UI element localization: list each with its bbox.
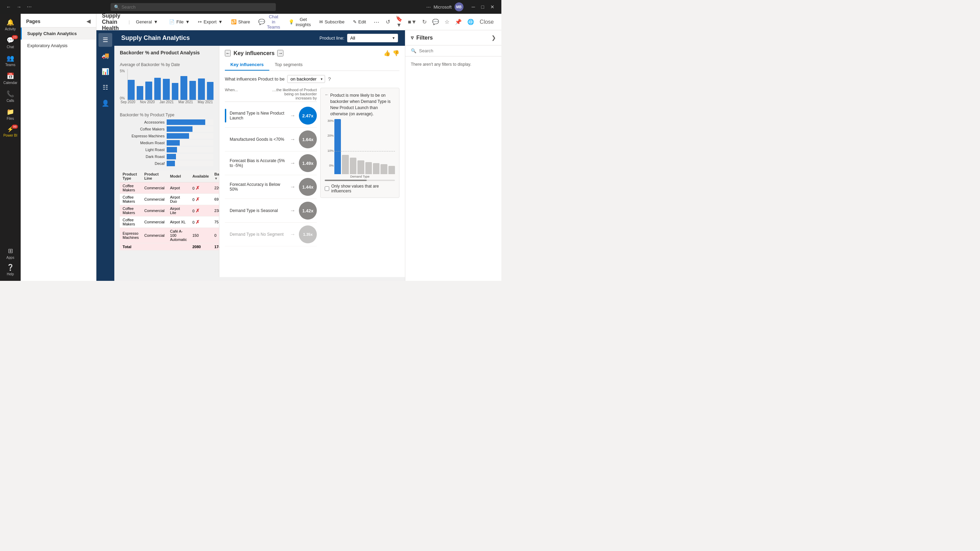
page-item-exploratory[interactable]: Exploratory Analysis bbox=[21, 40, 96, 52]
fill-espresso bbox=[167, 133, 189, 139]
col-model[interactable]: Model bbox=[167, 170, 190, 183]
sidebar-item-powerbi[interactable]: 99 ⚡ Power BI bbox=[2, 124, 19, 140]
tab-top-segments[interactable]: Top segments bbox=[269, 59, 308, 71]
thumbs-up-button[interactable]: 👍 bbox=[383, 50, 390, 56]
report-table-icon[interactable]: ☷ bbox=[99, 81, 112, 94]
table-row[interactable]: Coffee Makers Commercial Airpot Lite 0 ✗… bbox=[120, 205, 219, 216]
mini-bar-0 bbox=[334, 119, 341, 174]
pin-button[interactable]: 📌 bbox=[453, 17, 464, 27]
sidebar-item-apps[interactable]: ⊞ Apps bbox=[2, 245, 19, 262]
comment-button[interactable]: 💬 bbox=[430, 17, 441, 27]
table-row[interactable]: Espresso Machines Commercial Café A-100 … bbox=[120, 228, 219, 243]
influencer-bubble-3: 1.44x bbox=[299, 178, 317, 196]
ki-dropdown[interactable]: on backorder bbox=[287, 75, 325, 83]
report-chart-icon[interactable]: 📊 bbox=[99, 65, 112, 78]
filters-expand-button[interactable]: ❯ bbox=[492, 35, 496, 41]
fill-accessories bbox=[167, 119, 205, 125]
globe-button[interactable]: 🌐 bbox=[465, 17, 476, 27]
fill-dark-roast bbox=[167, 154, 176, 159]
page-item-supply-chain[interactable]: Supply Chain Analytics bbox=[21, 27, 96, 40]
report-person-icon[interactable]: 👤 bbox=[99, 96, 112, 110]
minimize-button[interactable]: ─ bbox=[469, 3, 478, 10]
tab-key-influencers[interactable]: Key influencers bbox=[225, 59, 269, 71]
collapse-pages-button[interactable]: ◀ bbox=[86, 18, 91, 24]
more-nav-button[interactable]: ⋯ bbox=[25, 3, 34, 10]
more-actions-icon[interactable]: ⋯ bbox=[426, 5, 431, 10]
thumbs-down-button[interactable]: 👎 bbox=[393, 50, 399, 56]
file-button[interactable]: 📄 File ▼ bbox=[165, 17, 193, 26]
col-backordered[interactable]: Backordered ▼ bbox=[212, 170, 219, 183]
sidebar-item-teams[interactable]: 👥 Teams bbox=[2, 52, 19, 69]
col-product-type[interactable]: Product Type bbox=[120, 170, 142, 183]
refresh-button[interactable]: ↺ bbox=[383, 17, 392, 27]
bookmark-button[interactable]: 🔖▼ bbox=[394, 14, 405, 30]
product-line-label: Product line: bbox=[320, 35, 344, 41]
influencer-item-0[interactable]: Demand Type is New Product Launch → 2.47… bbox=[225, 104, 317, 128]
get-insights-button[interactable]: 💡 Get insights bbox=[285, 15, 314, 29]
sidebar-item-chat[interactable]: 23 💬 Chat bbox=[2, 35, 19, 51]
star-button[interactable]: ☆ bbox=[442, 17, 452, 27]
breadcrumb-label: General bbox=[136, 19, 152, 24]
influencer-item-1[interactable]: Manufactured Goods is <70% → 1.64x bbox=[225, 128, 317, 151]
influencer-bubble-2: 1.49x bbox=[299, 154, 317, 172]
col-available[interactable]: Available bbox=[190, 170, 212, 183]
influencer-text-1: Manufactured Goods is <70% bbox=[230, 137, 286, 142]
label-light-roast: Light Roast bbox=[120, 148, 165, 152]
pages-panel: Pages ◀ Supply Chain Analytics Explorato… bbox=[21, 14, 96, 281]
influencer-text-5: Demand Type is No Segment bbox=[230, 232, 286, 237]
avatar[interactable]: MB bbox=[455, 2, 463, 11]
forward-button[interactable]: → bbox=[14, 3, 24, 10]
influencers-only-checkbox[interactable] bbox=[325, 186, 329, 191]
maximize-button[interactable]: □ bbox=[479, 3, 487, 10]
back-button[interactable]: ← bbox=[4, 3, 13, 10]
export-button[interactable]: ↦ Export ▼ bbox=[194, 17, 226, 26]
filters-search-input[interactable] bbox=[419, 48, 496, 53]
report-header-filter: Product line: All Coffee Makers Espresso… bbox=[320, 34, 398, 42]
toolbar-breadcrumb-btn[interactable]: General ▼ bbox=[132, 17, 162, 26]
view-button[interactable]: ■▼ bbox=[406, 17, 419, 27]
sidebar-item-calls[interactable]: 📞 Calls bbox=[2, 88, 19, 105]
report-truck-icon[interactable]: 🚚 bbox=[99, 49, 112, 63]
subscribe-button[interactable]: ✉ Subscribe bbox=[316, 17, 348, 26]
influencer-text-2: Forecast Bias is Accurate (5% to -5%) bbox=[230, 158, 286, 168]
bar-accessories: Accessories bbox=[120, 119, 213, 125]
share-button[interactable]: 🔁 Share bbox=[228, 17, 254, 26]
x-icon-2: ✗ bbox=[196, 197, 200, 202]
detail-back-arrow[interactable]: ← bbox=[325, 92, 329, 115]
sidebar-label-powerbi: Power BI bbox=[3, 133, 18, 137]
sidebar-item-files[interactable]: 📁 Files bbox=[2, 106, 19, 122]
col-product-line[interactable]: Product Line bbox=[142, 170, 167, 183]
table-row[interactable]: Coffee Makers Commercial Airpot 0 ✗ 226 bbox=[120, 183, 219, 194]
chat-teams-button[interactable]: 💬 Chat in Teams bbox=[255, 14, 283, 31]
table-row[interactable]: Coffee Makers Commercial Airpot Duo 0 ✗ … bbox=[120, 194, 219, 205]
fullrefresh-button[interactable]: ↻ bbox=[420, 17, 429, 27]
toolbar-more-button[interactable]: ··· bbox=[371, 16, 382, 27]
chart-x-title: Demand Type bbox=[325, 175, 395, 178]
share-icon: 🔁 bbox=[231, 19, 237, 24]
bar-dark-roast: Dark Roast bbox=[120, 154, 213, 159]
total-available: 2080 bbox=[190, 243, 212, 251]
influencer-bar-4 bbox=[225, 204, 226, 218]
total-label: Total bbox=[120, 243, 142, 251]
close-report-button[interactable]: Close bbox=[477, 17, 496, 27]
table-row[interactable]: Coffee Makers Commercial Airpot XL 0 ✗ 7… bbox=[120, 216, 219, 228]
sidebar-item-help[interactable]: ❔ Help bbox=[2, 262, 19, 278]
influencer-item-5[interactable]: Demand Type is No Segment → 1.35x bbox=[225, 223, 317, 246]
influencer-item-2[interactable]: Forecast Bias is Accurate (5% to -5%) → … bbox=[225, 151, 317, 175]
report-menu-icon[interactable]: ☰ bbox=[99, 33, 112, 47]
y10: 10% bbox=[325, 149, 334, 152]
ki-nav-next[interactable]: → bbox=[277, 50, 283, 56]
bar-espresso: Espresso Machines bbox=[120, 133, 213, 139]
window-close-button[interactable]: ✕ bbox=[488, 3, 497, 10]
ki-nav-prev[interactable]: ← bbox=[225, 50, 231, 56]
influencer-item-3[interactable]: Forecast Accuracy is Below 50% → 1.44x bbox=[225, 175, 317, 199]
influencer-arrow-2: → bbox=[290, 160, 296, 166]
sidebar-item-calendar[interactable]: 📅 Calendar bbox=[2, 70, 19, 87]
search-input[interactable] bbox=[122, 5, 272, 10]
product-line-select[interactable]: All Coffee Makers Espresso Machines bbox=[347, 34, 398, 42]
sidebar-label-help: Help bbox=[7, 272, 14, 276]
influencer-item-4[interactable]: Demand Type is Seasonal → 1.42x bbox=[225, 199, 317, 223]
sidebar-item-activity[interactable]: 🔔 Activity bbox=[2, 16, 19, 33]
ki-help-icon[interactable]: ? bbox=[328, 76, 331, 82]
edit-button[interactable]: ✎ Edit bbox=[350, 17, 369, 26]
